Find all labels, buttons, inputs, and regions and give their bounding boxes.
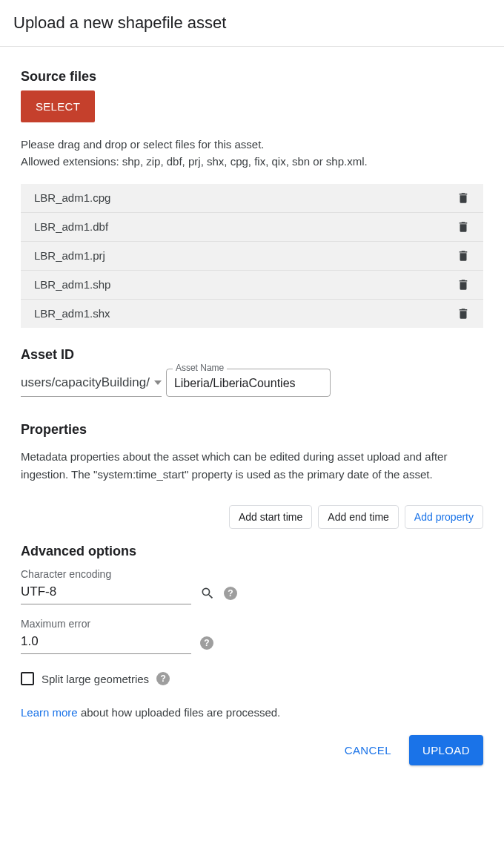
property-buttons-row: Add start time Add end time Add property [21, 505, 483, 529]
split-geometries-checkbox[interactable] [21, 672, 34, 685]
file-list: LBR_adm1.cpgLBR_adm1.dbfLBR_adm1.prjLBR_… [21, 184, 483, 328]
hint-line-1: Please drag and drop or select files for… [21, 138, 265, 151]
dialog-title: Upload a new shapefile asset [13, 13, 489, 33]
asset-name-input[interactable] [174, 377, 322, 390]
asset-name-label: Asset Name [173, 363, 227, 373]
delete-icon[interactable] [457, 307, 470, 320]
learn-more-line: Learn more about how uploaded files are … [21, 706, 483, 719]
file-name: LBR_adm1.shx [34, 307, 110, 320]
file-row: LBR_adm1.prj [21, 242, 483, 271]
asset-id-heading: Asset ID [21, 347, 483, 363]
help-icon[interactable]: ? [224, 587, 237, 600]
advanced-heading: Advanced options [21, 544, 483, 559]
asset-path-prefix-text: users/capacityBuilding/ [21, 375, 150, 390]
dialog-header: Upload a new shapefile asset [0, 0, 504, 47]
hint-line-2: Allowed extensions: shp, zip, dbf, prj, … [21, 155, 368, 168]
file-name: LBR_adm1.dbf [34, 220, 108, 233]
add-property-button[interactable]: Add property [405, 505, 483, 529]
file-row: LBR_adm1.cpg [21, 184, 483, 213]
learn-more-link[interactable]: Learn more [21, 706, 78, 719]
file-row: LBR_adm1.shx [21, 300, 483, 328]
properties-heading: Properties [21, 422, 483, 438]
learn-more-rest: about how uploaded files are processed. [78, 706, 281, 719]
encoding-input[interactable] [21, 581, 191, 604]
help-icon[interactable]: ? [156, 672, 170, 685]
asset-id-row: users/capacityBuilding/ Asset Name [21, 369, 483, 397]
source-files-heading: Source files [21, 69, 483, 85]
properties-description: Metadata properties about the asset whic… [21, 448, 483, 485]
max-error-input[interactable] [21, 631, 191, 654]
upload-button[interactable]: UPLOAD [409, 735, 483, 765]
delete-icon[interactable] [457, 249, 470, 263]
file-row: LBR_adm1.shp [21, 271, 483, 300]
delete-icon[interactable] [457, 220, 470, 234]
file-name: LBR_adm1.cpg [34, 191, 110, 204]
encoding-field: Character encoding ? [21, 568, 483, 604]
delete-icon[interactable] [457, 191, 470, 205]
search-icon[interactable] [200, 586, 215, 601]
split-geometries-row: Split large geometries ? [21, 672, 483, 685]
cancel-button[interactable]: CANCEL [342, 738, 394, 762]
asset-path-dropdown[interactable]: users/capacityBuilding/ [21, 375, 162, 397]
chevron-down-icon [154, 380, 162, 385]
file-row: LBR_adm1.dbf [21, 213, 483, 242]
dialog-actions: CANCEL UPLOAD [21, 735, 483, 776]
asset-name-field[interactable]: Asset Name [166, 369, 331, 397]
max-error-field: Maximum error ? [21, 618, 483, 654]
upload-dialog: Upload a new shapefile asset Source file… [0, 0, 504, 785]
add-end-time-button[interactable]: Add end time [318, 505, 399, 529]
delete-icon[interactable] [457, 278, 470, 291]
file-name: LBR_adm1.shp [34, 278, 110, 291]
select-files-button[interactable]: SELECT [21, 90, 95, 122]
split-geometries-label: Split large geometries [42, 673, 149, 685]
file-name: LBR_adm1.prj [34, 249, 105, 262]
help-icon[interactable]: ? [200, 636, 213, 650]
max-error-label: Maximum error [21, 618, 483, 630]
source-files-hint: Please drag and drop or select files for… [21, 136, 483, 171]
encoding-label: Character encoding [21, 568, 483, 580]
add-start-time-button[interactable]: Add start time [229, 505, 312, 529]
